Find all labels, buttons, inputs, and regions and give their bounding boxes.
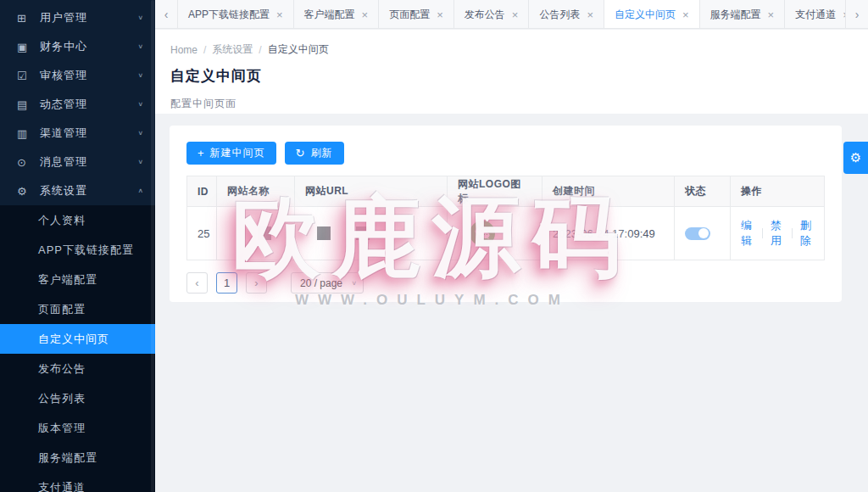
refresh-button-label: 刷新 <box>311 146 333 160</box>
tab-label: 服务端配置 <box>710 8 761 22</box>
close-icon[interactable]: × <box>768 9 775 20</box>
open-tabs-bar: ‹ APP下载链接配置 × 客户端配置 × 页面配置 × 发布公告 × 公告列表… <box>155 0 868 29</box>
refresh-button[interactable]: ↻ 刷新 <box>285 142 344 165</box>
sidebar-item-message-management[interactable]: ⊙ 消息管理 ∨ <box>0 148 155 176</box>
sidebar-item-audit-management[interactable]: ☑ 审核管理 ∨ <box>0 61 155 90</box>
tab-label: 自定义中间页 <box>615 8 676 22</box>
sidebar-item-label: 消息管理 <box>40 154 137 170</box>
close-icon[interactable]: × <box>276 9 283 20</box>
tab-page-config[interactable]: 页面配置 × <box>379 0 454 28</box>
refresh-icon: ↻ <box>296 147 306 159</box>
masked-text-block <box>258 226 271 240</box>
breadcrumb: Home / 系统设置 / 自定义中间页 <box>170 42 868 57</box>
cell-id: 25 <box>187 207 217 260</box>
sidebar-item-profile[interactable]: 个人资料 <box>0 205 155 235</box>
message-icon: ⊙ <box>17 156 31 169</box>
sidebar-item-announcement-list[interactable]: 公告列表 <box>0 383 155 413</box>
cell-status <box>675 207 731 260</box>
tab-custom-middle-page[interactable]: 自定义中间页 × <box>604 0 700 28</box>
sidebar-item-page-config[interactable]: 页面配置 <box>0 294 155 324</box>
tab-label: 客户端配置 <box>304 8 355 22</box>
plus-icon: + <box>198 147 205 159</box>
action-divider <box>762 228 763 238</box>
tab-label: 公告列表 <box>539 8 580 22</box>
breadcrumb-system-settings[interactable]: 系统设置 <box>212 42 253 57</box>
table-row: 25 <box>187 207 825 260</box>
sidebar-item-app-download-link-config[interactable]: APP下载链接配置 <box>0 235 155 265</box>
sidebar-item-version-management[interactable]: 版本管理 <box>0 413 155 443</box>
tabs-scroll-left-button[interactable]: ‹ <box>155 0 178 28</box>
gear-icon: ⚙ <box>17 185 31 198</box>
column-header-status: 状态 <box>675 176 731 207</box>
channel-icon: ▥ <box>17 127 31 140</box>
chevron-down-icon: ∨ <box>137 72 143 79</box>
sidebar-item-server-config[interactable]: 服务端配置 <box>0 443 155 472</box>
close-icon[interactable]: × <box>682 9 689 20</box>
sidebar-item-system-settings[interactable]: ⚙ 系统设置 ∧ <box>0 176 155 205</box>
table-header-row: ID 网站名称 网站URL 网站LOGO图标 创建时间 状态 操作 <box>187 176 825 207</box>
chevron-down-icon: ∨ <box>137 14 143 21</box>
tab-label: 页面配置 <box>389 8 430 22</box>
create-button-label: 新建中间页 <box>210 146 265 160</box>
sidebar-item-client-config[interactable]: 客户端配置 <box>0 265 155 294</box>
tab-publish-announcement[interactable]: 发布公告 × <box>454 0 530 28</box>
column-header-site-url: 网站URL <box>295 176 448 207</box>
tab-payment-channel[interactable]: 支付通道 × <box>785 0 845 28</box>
cell-created-at: 2023-06-24 17:09:49 <box>542 207 675 260</box>
sidebar-item-label: 用户管理 <box>40 10 137 25</box>
audit-check-icon: ☑ <box>17 70 31 82</box>
card-toolbar: + 新建中间页 ↻ 刷新 <box>170 126 842 165</box>
column-header-actions: 操作 <box>731 176 825 207</box>
tab-announcement-list[interactable]: 公告列表 × <box>529 0 604 28</box>
action-divider <box>792 228 793 238</box>
close-icon[interactable]: × <box>512 9 519 20</box>
page-size-value: 20 / page <box>300 277 342 289</box>
pagination-prev-button[interactable]: ‹ <box>186 272 208 294</box>
delete-link[interactable]: 删除 <box>800 218 814 249</box>
sidebar-item-label: 审核管理 <box>40 68 137 83</box>
close-icon[interactable]: × <box>437 9 443 20</box>
chevron-up-icon: ∧ <box>137 187 143 194</box>
close-icon[interactable]: × <box>362 9 369 20</box>
tab-label: 发布公告 <box>465 8 505 22</box>
disable-link[interactable]: 禁用 <box>771 218 784 249</box>
sidebar-item-channel-management[interactable]: ▥ 渠道管理 ∨ <box>0 119 155 148</box>
chevron-down-icon: ∨ <box>137 159 143 165</box>
gear-icon: ⚙ <box>850 150 861 165</box>
page-header: Home / 系统设置 / 自定义中间页 自定义中间页 配置中间页面 <box>155 30 868 114</box>
cell-site-name <box>217 207 295 260</box>
sidebar-item-payment-channel[interactable]: 支付通道 <box>0 472 155 492</box>
wechat-icon <box>470 221 495 246</box>
tab-client-config[interactable]: 客户端配置 × <box>294 0 380 28</box>
sidebar: ⊞ 用户管理 ∨ ▣ 财务中心 ∨ ☑ 审核管理 ∨ ▤ 动态管理 ∨ ▥ 渠道… <box>0 0 155 492</box>
feed-icon: ▤ <box>17 98 31 111</box>
edit-link[interactable]: 编辑 <box>741 218 754 249</box>
breadcrumb-home[interactable]: Home <box>170 44 198 56</box>
sidebar-item-dynamic-management[interactable]: ▤ 动态管理 ∨ <box>0 90 155 119</box>
chevron-down-icon: ∨ <box>137 43 143 50</box>
sidebar-item-custom-middle-page[interactable]: 自定义中间页 <box>0 324 155 354</box>
sidebar-item-publish-announcement[interactable]: 发布公告 <box>0 354 155 383</box>
sidebar-scrollbar[interactable] <box>151 0 154 492</box>
sidebar-menu: ⊞ 用户管理 ∨ ▣ 财务中心 ∨ ☑ 审核管理 ∨ ▤ 动态管理 ∨ ▥ 渠道… <box>0 0 155 205</box>
tab-server-config[interactable]: 服务端配置 × <box>700 0 786 28</box>
theme-settings-button[interactable]: ⚙ <box>843 142 868 174</box>
status-toggle[interactable] <box>685 227 710 240</box>
tab-app-download-link-config[interactable]: APP下载链接配置 × <box>178 0 294 28</box>
close-icon[interactable]: × <box>587 9 593 20</box>
create-middle-page-button[interactable]: + 新建中间页 <box>186 142 276 165</box>
cell-site-logo <box>448 207 542 260</box>
sidebar-item-label: 动态管理 <box>40 97 137 112</box>
pagination-next-button[interactable]: › <box>246 272 267 294</box>
tabs-scroll-right-button[interactable]: › <box>845 0 868 28</box>
page-size-select[interactable]: 20 / page ∨ <box>291 272 364 294</box>
chevron-down-icon: ∨ <box>351 280 357 287</box>
pagination: ‹ 1 › 20 / page ∨ <box>186 272 842 294</box>
finance-icon: ▣ <box>17 41 31 53</box>
sidebar-item-finance-center[interactable]: ▣ 财务中心 ∨ <box>0 32 155 61</box>
sidebar-item-user-management[interactable]: ⊞ 用户管理 ∨ <box>0 3 155 32</box>
page-subtitle: 配置中间页面 <box>170 97 868 111</box>
breadcrumb-current: 自定义中间页 <box>268 42 329 57</box>
pagination-page-1-button[interactable]: 1 <box>216 272 237 294</box>
sidebar-submenu-system-settings: 个人资料 APP下载链接配置 客户端配置 页面配置 自定义中间页 发布公告 公告… <box>0 205 155 492</box>
